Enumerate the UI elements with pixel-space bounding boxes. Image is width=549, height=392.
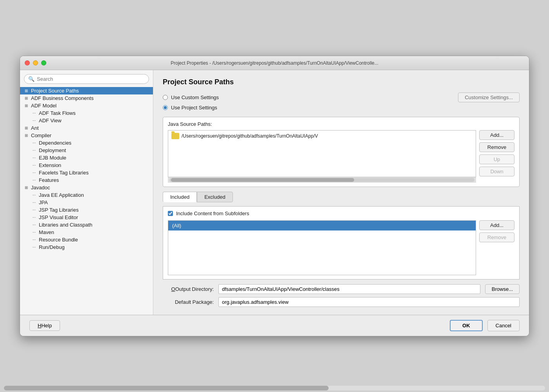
sidebar-item-jsp-visual-editor[interactable]: ···JSP Visual Editor: [20, 214, 153, 221]
sidebar-item-label: Extension: [39, 162, 61, 168]
sidebar-item-run-debug[interactable]: ···Run/Debug: [20, 243, 153, 251]
sidebar-item-label: Facelets Tag Libraries: [39, 170, 89, 176]
sidebar-item-label: EJB Module: [39, 155, 66, 161]
remove-source-button[interactable]: Remove: [479, 142, 514, 152]
maximize-button[interactable]: [41, 60, 46, 65]
expander-icon: ···: [31, 223, 37, 227]
source-list-item[interactable]: /Users/rogersuen/gitrepos/github/adfsamp…: [168, 131, 476, 142]
main-area: 🔍 ⊞Project Source Paths⊞ADF Business Com…: [20, 70, 529, 315]
cancel-button[interactable]: Cancel: [487, 320, 520, 331]
sidebar-item-adf-business-components[interactable]: ⊞ADF Business Components: [20, 94, 153, 102]
included-list[interactable]: (All): [168, 220, 476, 275]
expander-icon: ···: [31, 118, 37, 123]
expander-icon: ⊞: [23, 126, 29, 130]
default-package-input[interactable]: [218, 297, 520, 307]
sidebar-item-label: JSP Tag Libraries: [39, 207, 78, 213]
source-path-text: /Users/rogersuen/gitrepos/github/adfsamp…: [182, 133, 318, 139]
sidebar-item-extension[interactable]: ···Extension: [20, 162, 153, 169]
sidebar-item-label: Dependencies: [39, 140, 71, 146]
sidebar-item-label: JPA: [39, 200, 48, 205]
sidebar-item-adf-task-flows[interactable]: ···ADF Task Flows: [20, 109, 153, 117]
remove-included-button[interactable]: Remove: [479, 232, 514, 242]
ok-cancel-group: OK Cancel: [450, 320, 520, 331]
up-source-button[interactable]: Up: [479, 154, 514, 164]
sidebar-item-label: ADF Task Flows: [39, 110, 76, 116]
source-list[interactable]: /Users/rogersuen/gitrepos/github/adfsamp…: [168, 130, 476, 177]
sidebar-item-label: Maven: [39, 229, 54, 235]
sidebar-item-compiler[interactable]: ⊞Compiler: [20, 132, 153, 139]
window-controls: [25, 60, 46, 65]
custom-settings-label[interactable]: Use Custom Settings: [171, 94, 219, 100]
sidebar-item-maven[interactable]: ···Maven: [20, 229, 153, 236]
expander-icon: ⊞: [23, 89, 29, 93]
sidebar-item-label: Project Source Paths: [31, 88, 79, 94]
customize-settings-button[interactable]: Customize Settings...: [458, 93, 520, 102]
horizontal-scrollbar[interactable]: [168, 177, 476, 183]
minimize-button[interactable]: [33, 60, 38, 65]
sidebar-item-ejb-module[interactable]: ···EJB Module: [20, 154, 153, 162]
sidebar-item-libraries-classpath[interactable]: ···Libraries and Classpath: [20, 221, 153, 229]
sidebar-item-facelets-tag-libraries[interactable]: ···Facelets Tag Libraries: [20, 169, 153, 176]
expander-icon: ···: [31, 141, 37, 145]
search-input[interactable]: [37, 76, 145, 82]
source-buttons: Add... Remove Up Down: [479, 130, 514, 176]
titlebar: Project Properties - /Users/rogersuen/gi…: [20, 56, 529, 70]
sidebar-item-features[interactable]: ···Features: [20, 176, 153, 184]
ok-button[interactable]: OK: [450, 320, 483, 331]
custom-settings-radio[interactable]: [163, 95, 168, 100]
sidebar-item-label: ADF Model: [31, 103, 56, 109]
included-section: (All) Add... Remove: [168, 220, 514, 275]
project-settings-radio[interactable]: [163, 105, 168, 110]
sidebar-item-label: Libraries and Classpath: [39, 222, 93, 228]
java-source-section: Java Source Paths: /Users/rogersuen/gitr…: [163, 117, 520, 187]
sidebar: 🔍 ⊞Project Source Paths⊞ADF Business Com…: [20, 70, 153, 315]
custom-settings-row: Use Custom Settings Customize Settings..…: [163, 93, 520, 102]
sidebar-item-jpa[interactable]: ···JPA: [20, 199, 153, 206]
search-box[interactable]: 🔍: [24, 74, 149, 84]
help-button[interactable]: HHelp: [29, 320, 60, 331]
expander-icon: ⊞: [23, 133, 29, 138]
sidebar-item-javadoc[interactable]: ⊞Javadoc: [20, 184, 153, 191]
output-dir-input[interactable]: [218, 284, 480, 294]
included-panel: Include Content from Subfolders (All) Ad…: [163, 206, 520, 279]
add-included-button[interactable]: Add...: [479, 220, 514, 230]
sidebar-item-adf-model[interactable]: ⊞ADF Model: [20, 102, 153, 109]
tab-included[interactable]: Included: [163, 192, 197, 202]
output-dir-browse-button[interactable]: Browse...: [485, 284, 520, 294]
sidebar-item-dependencies[interactable]: ···Dependencies: [20, 139, 153, 147]
sidebar-item-label: Javadoc: [31, 185, 50, 191]
sidebar-item-label: ADF Business Components: [31, 95, 94, 101]
sidebar-item-adf-view[interactable]: ···ADF View: [20, 117, 153, 124]
sidebar-item-label: ADF View: [39, 118, 62, 123]
down-source-button[interactable]: Down: [479, 167, 514, 176]
include-subfolders-label[interactable]: Include Content from Subfolders: [176, 211, 249, 216]
sidebar-item-ant[interactable]: ⊞Ant: [20, 124, 153, 132]
sidebar-item-deployment[interactable]: ···Deployment: [20, 147, 153, 154]
add-source-button[interactable]: Add...: [479, 130, 514, 140]
expander-icon: ···: [31, 171, 37, 175]
scrollbar-thumb: [171, 178, 354, 182]
expander-icon: ···: [31, 200, 37, 205]
sidebar-item-java-ee-application[interactable]: ···Java EE Application: [20, 191, 153, 199]
settings-radio-group: Use Custom Settings Customize Settings..…: [163, 93, 520, 111]
tab-excluded[interactable]: Excluded: [197, 192, 233, 202]
project-settings-label[interactable]: Use Project Settings: [171, 105, 217, 111]
sidebar-item-resource-bundle[interactable]: ···Resource Bundle: [20, 236, 153, 243]
expander-icon: ⊞: [23, 185, 29, 190]
include-subfolders-checkbox[interactable]: [168, 211, 173, 216]
sidebar-item-jsp-tag-libraries[interactable]: ···JSP Tag Libraries: [20, 206, 153, 214]
sidebar-item-project-source-paths[interactable]: ⊞Project Source Paths: [20, 87, 153, 94]
window-title: Project Properties - /Users/rogersuen/gi…: [171, 60, 378, 66]
expander-icon: ···: [31, 178, 37, 182]
expander-icon: ···: [31, 245, 37, 249]
expander-icon: ⊞: [23, 96, 29, 100]
sidebar-item-label: Java EE Application: [39, 192, 84, 198]
close-button[interactable]: [25, 60, 30, 65]
window-body: 🔍 ⊞Project Source Paths⊞ADF Business Com…: [20, 70, 529, 336]
sidebar-item-label: Features: [39, 177, 59, 183]
included-list-item[interactable]: (All): [168, 221, 476, 230]
java-source-row: /Users/rogersuen/gitrepos/github/adfsamp…: [168, 130, 514, 183]
output-dir-row: OOutput Directory: Browse...: [163, 284, 520, 294]
page-title: Project Source Paths: [163, 78, 520, 86]
expander-icon: ···: [31, 148, 37, 152]
